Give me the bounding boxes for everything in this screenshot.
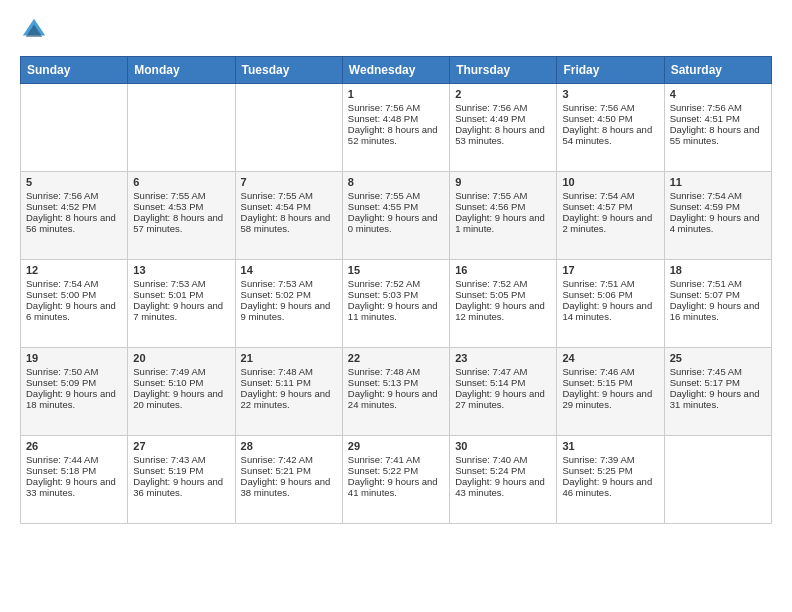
calendar-cell: 24Sunrise: 7:46 AMSunset: 5:15 PMDayligh…: [557, 348, 664, 436]
daylight: Daylight: 9 hours and 29 minutes.: [562, 388, 652, 410]
weekday-header-saturday: Saturday: [664, 57, 771, 84]
calendar-cell: 15Sunrise: 7:52 AMSunset: 5:03 PMDayligh…: [342, 260, 449, 348]
day-number: 8: [348, 176, 444, 188]
calendar-cell: 10Sunrise: 7:54 AMSunset: 4:57 PMDayligh…: [557, 172, 664, 260]
header: [20, 16, 772, 44]
weekday-header-sunday: Sunday: [21, 57, 128, 84]
sunrise: Sunrise: 7:40 AM: [455, 454, 527, 465]
day-number: 23: [455, 352, 551, 364]
sunrise: Sunrise: 7:56 AM: [455, 102, 527, 113]
day-number: 11: [670, 176, 766, 188]
calendar-cell: 11Sunrise: 7:54 AMSunset: 4:59 PMDayligh…: [664, 172, 771, 260]
sunrise: Sunrise: 7:53 AM: [133, 278, 205, 289]
sunset: Sunset: 5:17 PM: [670, 377, 740, 388]
calendar-cell: 26Sunrise: 7:44 AMSunset: 5:18 PMDayligh…: [21, 436, 128, 524]
sunset: Sunset: 4:59 PM: [670, 201, 740, 212]
calendar-cell: 23Sunrise: 7:47 AMSunset: 5:14 PMDayligh…: [450, 348, 557, 436]
calendar-cell: 28Sunrise: 7:42 AMSunset: 5:21 PMDayligh…: [235, 436, 342, 524]
day-number: 25: [670, 352, 766, 364]
sunset: Sunset: 4:55 PM: [348, 201, 418, 212]
day-number: 30: [455, 440, 551, 452]
daylight: Daylight: 9 hours and 43 minutes.: [455, 476, 545, 498]
sunrise: Sunrise: 7:44 AM: [26, 454, 98, 465]
calendar-cell: 8Sunrise: 7:55 AMSunset: 4:55 PMDaylight…: [342, 172, 449, 260]
calendar-cell: 25Sunrise: 7:45 AMSunset: 5:17 PMDayligh…: [664, 348, 771, 436]
calendar-cell: 18Sunrise: 7:51 AMSunset: 5:07 PMDayligh…: [664, 260, 771, 348]
calendar-cell: 16Sunrise: 7:52 AMSunset: 5:05 PMDayligh…: [450, 260, 557, 348]
day-number: 13: [133, 264, 229, 276]
day-number: 21: [241, 352, 337, 364]
sunrise: Sunrise: 7:56 AM: [670, 102, 742, 113]
sunset: Sunset: 5:09 PM: [26, 377, 96, 388]
daylight: Daylight: 9 hours and 18 minutes.: [26, 388, 116, 410]
daylight: Daylight: 9 hours and 46 minutes.: [562, 476, 652, 498]
calendar-cell: 14Sunrise: 7:53 AMSunset: 5:02 PMDayligh…: [235, 260, 342, 348]
calendar-cell: 7Sunrise: 7:55 AMSunset: 4:54 PMDaylight…: [235, 172, 342, 260]
calendar-table: SundayMondayTuesdayWednesdayThursdayFrid…: [20, 56, 772, 524]
daylight: Daylight: 9 hours and 41 minutes.: [348, 476, 438, 498]
day-number: 19: [26, 352, 122, 364]
calendar-cell: 20Sunrise: 7:49 AMSunset: 5:10 PMDayligh…: [128, 348, 235, 436]
sunset: Sunset: 4:51 PM: [670, 113, 740, 124]
daylight: Daylight: 9 hours and 33 minutes.: [26, 476, 116, 498]
daylight: Daylight: 9 hours and 16 minutes.: [670, 300, 760, 322]
day-number: 4: [670, 88, 766, 100]
daylight: Daylight: 9 hours and 1 minute.: [455, 212, 545, 234]
daylight: Daylight: 9 hours and 31 minutes.: [670, 388, 760, 410]
sunset: Sunset: 4:50 PM: [562, 113, 632, 124]
calendar-cell: 30Sunrise: 7:40 AMSunset: 5:24 PMDayligh…: [450, 436, 557, 524]
day-number: 24: [562, 352, 658, 364]
day-number: 7: [241, 176, 337, 188]
sunrise: Sunrise: 7:56 AM: [562, 102, 634, 113]
sunrise: Sunrise: 7:51 AM: [562, 278, 634, 289]
weekday-header-thursday: Thursday: [450, 57, 557, 84]
daylight: Daylight: 9 hours and 36 minutes.: [133, 476, 223, 498]
sunrise: Sunrise: 7:41 AM: [348, 454, 420, 465]
day-number: 26: [26, 440, 122, 452]
daylight: Daylight: 8 hours and 55 minutes.: [670, 124, 760, 146]
sunrise: Sunrise: 7:48 AM: [348, 366, 420, 377]
week-row-4: 19Sunrise: 7:50 AMSunset: 5:09 PMDayligh…: [21, 348, 772, 436]
day-number: 1: [348, 88, 444, 100]
sunset: Sunset: 5:06 PM: [562, 289, 632, 300]
sunrise: Sunrise: 7:56 AM: [26, 190, 98, 201]
day-number: 22: [348, 352, 444, 364]
sunrise: Sunrise: 7:55 AM: [348, 190, 420, 201]
sunrise: Sunrise: 7:51 AM: [670, 278, 742, 289]
day-number: 18: [670, 264, 766, 276]
sunset: Sunset: 5:07 PM: [670, 289, 740, 300]
sunrise: Sunrise: 7:52 AM: [348, 278, 420, 289]
calendar-cell: 4Sunrise: 7:56 AMSunset: 4:51 PMDaylight…: [664, 84, 771, 172]
day-number: 14: [241, 264, 337, 276]
logo: [20, 16, 52, 44]
sunrise: Sunrise: 7:56 AM: [348, 102, 420, 113]
sunrise: Sunrise: 7:47 AM: [455, 366, 527, 377]
daylight: Daylight: 9 hours and 7 minutes.: [133, 300, 223, 322]
day-number: 16: [455, 264, 551, 276]
daylight: Daylight: 9 hours and 11 minutes.: [348, 300, 438, 322]
week-row-3: 12Sunrise: 7:54 AMSunset: 5:00 PMDayligh…: [21, 260, 772, 348]
sunrise: Sunrise: 7:43 AM: [133, 454, 205, 465]
weekday-header-monday: Monday: [128, 57, 235, 84]
sunset: Sunset: 5:05 PM: [455, 289, 525, 300]
sunset: Sunset: 5:00 PM: [26, 289, 96, 300]
daylight: Daylight: 8 hours and 57 minutes.: [133, 212, 223, 234]
sunrise: Sunrise: 7:55 AM: [241, 190, 313, 201]
sunset: Sunset: 4:48 PM: [348, 113, 418, 124]
day-number: 10: [562, 176, 658, 188]
sunrise: Sunrise: 7:48 AM: [241, 366, 313, 377]
day-number: 5: [26, 176, 122, 188]
sunrise: Sunrise: 7:54 AM: [26, 278, 98, 289]
daylight: Daylight: 9 hours and 2 minutes.: [562, 212, 652, 234]
sunrise: Sunrise: 7:46 AM: [562, 366, 634, 377]
day-number: 6: [133, 176, 229, 188]
sunset: Sunset: 4:54 PM: [241, 201, 311, 212]
calendar-cell: [128, 84, 235, 172]
day-number: 9: [455, 176, 551, 188]
sunset: Sunset: 5:18 PM: [26, 465, 96, 476]
week-row-5: 26Sunrise: 7:44 AMSunset: 5:18 PMDayligh…: [21, 436, 772, 524]
sunset: Sunset: 4:52 PM: [26, 201, 96, 212]
day-number: 29: [348, 440, 444, 452]
day-number: 2: [455, 88, 551, 100]
sunset: Sunset: 5:25 PM: [562, 465, 632, 476]
